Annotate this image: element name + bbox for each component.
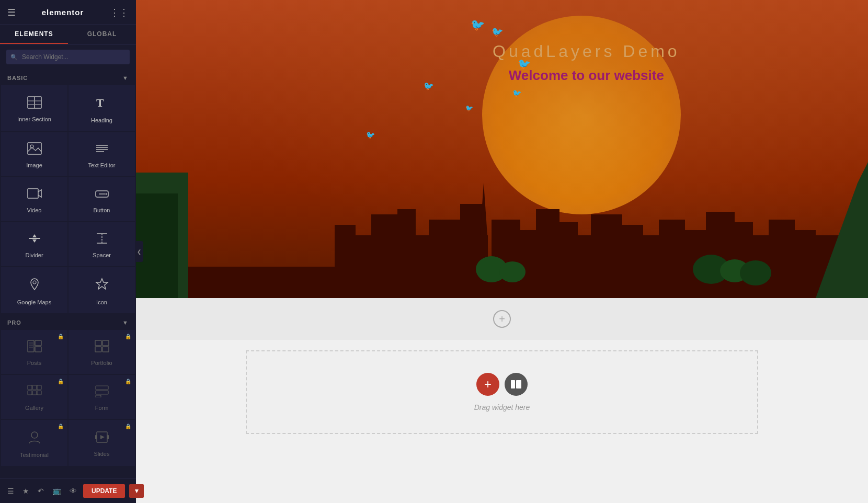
widget-form[interactable]: 🔒 Form <box>68 375 135 419</box>
basic-chevron-icon: ▼ <box>122 75 129 81</box>
svg-rect-69 <box>659 220 685 298</box>
svg-rect-41 <box>96 386 108 390</box>
svg-rect-42 <box>96 391 108 394</box>
basic-section-header[interactable]: BASIC ▼ <box>0 70 136 84</box>
lock-icon: 🔒 <box>58 334 64 339</box>
update-button[interactable]: UPDATE <box>83 484 125 498</box>
empty-layout-button[interactable] <box>505 373 528 396</box>
empty-add-button[interactable]: + <box>476 373 499 396</box>
svg-rect-47 <box>95 435 97 439</box>
svg-rect-25 <box>28 340 34 352</box>
svg-point-81 <box>740 260 771 285</box>
widget-testimonial[interactable]: 🔒 Testimonial <box>1 420 67 466</box>
empty-drop-section: + Drag widget here <box>246 350 758 434</box>
widget-video[interactable]: Video <box>1 177 67 221</box>
hamburger-menu-icon[interactable]: ☰ <box>7 7 16 18</box>
basic-widget-grid: Inner Section T Heading <box>0 84 136 314</box>
widget-video-label: Video <box>27 207 42 213</box>
tab-elements[interactable]: ELEMENTS <box>0 25 68 44</box>
svg-point-23 <box>33 281 36 284</box>
search-input[interactable] <box>6 50 130 64</box>
spacer-icon <box>95 232 109 248</box>
widget-inner-section[interactable]: Inner Section <box>1 85 67 131</box>
tab-global[interactable]: GLOBAL <box>68 25 136 44</box>
svg-rect-40 <box>37 391 41 395</box>
button-icon <box>95 187 109 203</box>
sidebar: ☰ elementor ⋮⋮ ELEMENTS GLOBAL BASIC ▼ <box>0 0 136 503</box>
widget-button-label: Button <box>94 207 110 213</box>
widget-slides-label: Slides <box>94 451 110 457</box>
widget-button[interactable]: Button <box>68 177 135 221</box>
svg-rect-13 <box>28 189 38 198</box>
svg-marker-82 <box>816 162 868 298</box>
collapse-sidebar-handle[interactable]: ❮ <box>135 241 143 262</box>
svg-rect-48 <box>107 435 109 439</box>
widget-spacer[interactable]: Spacer <box>68 222 135 266</box>
google-maps-icon <box>27 277 42 295</box>
svg-rect-55 <box>397 209 416 298</box>
svg-rect-74 <box>769 220 795 298</box>
main-content: 🐦 🐦 🐦 🐦 🐦 🐦 🐦 QuadLayers Demo Welcome to… <box>136 0 868 503</box>
svg-rect-31 <box>95 340 101 346</box>
empty-section-actions: + <box>476 373 528 396</box>
search-area <box>0 44 136 70</box>
svg-rect-68 <box>643 235 659 298</box>
bird-6: 🐦 <box>465 105 473 112</box>
hero-section: 🐦 🐦 🐦 🐦 🐦 🐦 🐦 QuadLayers Demo Welcome to… <box>136 0 868 298</box>
widget-inner-section-label: Inner Section <box>17 116 51 122</box>
widget-google-maps[interactable]: Google Maps <box>1 267 67 313</box>
svg-rect-75 <box>795 230 816 298</box>
posts-icon <box>27 340 42 356</box>
pro-chevron-icon: ▼ <box>122 319 129 326</box>
eye-footer-icon[interactable]: 👁 <box>67 485 79 497</box>
desktop-footer-icon[interactable]: 📺 <box>50 485 63 497</box>
widget-posts-label: Posts <box>27 360 42 366</box>
hero-subtitle: Welcome to our website <box>493 67 680 84</box>
sidebar-tabs: ELEMENTS GLOBAL <box>0 25 136 44</box>
lock-icon: 🔒 <box>58 424 64 429</box>
divider-icon <box>27 232 42 248</box>
widget-heading[interactable]: T Heading <box>68 85 135 131</box>
svg-rect-62 <box>520 230 536 298</box>
add-section-button[interactable]: + <box>493 310 511 328</box>
widget-text-editor[interactable]: Text Editor <box>68 132 135 176</box>
hamburger-footer-icon[interactable]: ☰ <box>5 485 16 497</box>
widget-divider[interactable]: Divider <box>1 222 67 266</box>
svg-rect-67 <box>622 225 643 298</box>
widget-divider-label: Divider <box>25 252 43 258</box>
widget-image-label: Image <box>26 162 42 168</box>
update-arrow-button[interactable]: ▼ <box>129 484 136 498</box>
svg-rect-57 <box>429 220 460 298</box>
svg-marker-46 <box>100 435 105 439</box>
svg-rect-29 <box>35 340 41 346</box>
testimonial-icon <box>27 430 42 448</box>
svg-rect-56 <box>416 235 429 298</box>
form-icon <box>95 385 109 401</box>
svg-point-16 <box>105 193 107 195</box>
image-icon <box>27 142 42 158</box>
svg-rect-83 <box>511 380 515 388</box>
svg-text:T: T <box>96 96 104 109</box>
widget-icon-label: Icon <box>96 299 107 305</box>
text-editor-icon <box>95 142 109 158</box>
widget-portfolio[interactable]: 🔒 Portfolio <box>68 330 135 374</box>
widget-slides[interactable]: 🔒 Slides <box>68 420 135 466</box>
svg-point-44 <box>31 432 38 438</box>
svg-rect-54 <box>371 214 397 298</box>
star-footer-icon[interactable]: ★ <box>20 485 31 497</box>
slides-icon <box>95 431 109 447</box>
pro-section-header[interactable]: PRO ▼ <box>0 314 136 329</box>
undo-footer-icon[interactable]: ↶ <box>36 485 46 497</box>
widget-gallery[interactable]: 🔒 Gallery <box>1 375 67 419</box>
svg-marker-19 <box>32 239 37 243</box>
svg-point-78 <box>499 261 526 282</box>
svg-rect-39 <box>32 391 37 395</box>
widget-image[interactable]: Image <box>1 132 67 176</box>
svg-rect-33 <box>95 347 101 352</box>
drag-hint-text: Drag widget here <box>474 403 530 411</box>
grid-apps-icon[interactable]: ⋮⋮ <box>110 7 129 18</box>
pro-section-label: PRO <box>7 319 21 326</box>
bird-2: 🐦 <box>492 26 503 38</box>
widget-icon[interactable]: Icon <box>68 267 135 313</box>
widget-posts[interactable]: 🔒 Posts <box>1 330 67 374</box>
